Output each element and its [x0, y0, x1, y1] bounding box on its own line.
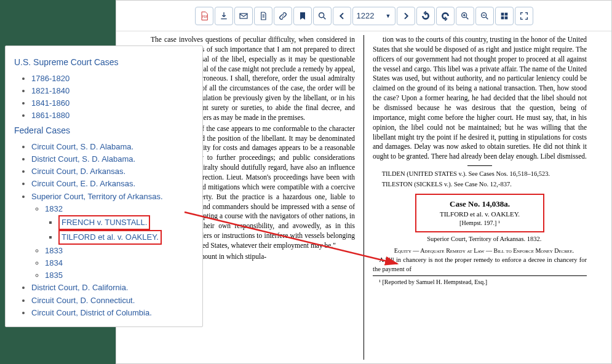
list-item: 1833	[45, 245, 194, 257]
court-link[interactable]: Circuit Court, D. Arkansas.	[31, 167, 125, 176]
year-link[interactable]: 1786-1820	[31, 74, 70, 83]
footnote-rule	[373, 275, 587, 276]
court-link[interactable]: District Court, S. D. Alabama.	[31, 154, 135, 164]
court-link[interactable]: Circuit Court, D. Connecticut.	[31, 296, 135, 305]
year-link[interactable]: 1861-1880	[31, 111, 70, 120]
list-item: Circuit Court, D. Connecticut.	[31, 295, 194, 307]
zoom-in-icon[interactable]	[456, 7, 474, 25]
court-link[interactable]: Circuit Court, S. D. Alabama.	[31, 142, 133, 151]
year-link[interactable]: 1835	[45, 271, 63, 280]
list-item: District Court, S. D. Alabama.	[31, 153, 194, 165]
document-icon[interactable]	[254, 7, 272, 25]
column-divider	[364, 35, 364, 360]
list-item: 1834	[45, 257, 194, 269]
paragraph: tion was to the courts of this country, …	[373, 35, 587, 162]
list-item: FRENCH v. TUNSTALL.	[58, 215, 194, 230]
prev-page-icon[interactable]	[333, 7, 351, 25]
rotate-left-icon[interactable]	[416, 7, 435, 25]
list-item: Circuit Court, D. Arkansas.	[31, 165, 194, 178]
headnote-topic: Equity — Adequate Remedy at Law — Bill t…	[373, 247, 587, 255]
zoom-out-icon[interactable]	[475, 7, 494, 25]
case-french-link[interactable]: FRENCH v. TUNSTALL.	[62, 218, 147, 227]
list-item: 1841-1860	[31, 97, 194, 109]
list-item: Circuit Court, District of Columbia.	[31, 307, 194, 319]
chevron-down-icon: ▼	[386, 13, 391, 19]
page-selector[interactable]: 1222▼	[352, 7, 395, 25]
svg-text:PDF: PDF	[202, 15, 207, 18]
list-item: TILFORD et al. v. OAKLEY.	[58, 230, 194, 245]
list-item: 1821-1840	[31, 85, 194, 97]
case-highlight-box: Case No. 14,038a. TILFORD et al. v. OAKL…	[415, 194, 544, 232]
case-reference: TILESTON (SICKELS v.). See Case No. 12,-…	[373, 180, 587, 189]
nav-heading-federal: Federal Cases	[14, 124, 194, 138]
list-item: 1832 FRENCH v. TUNSTALL. TILFORD et al. …	[45, 203, 194, 245]
bookmark-icon[interactable]	[293, 7, 312, 25]
case-title: TILFORD et al. v. OAKLEY.	[425, 210, 535, 219]
list-item: 1835	[45, 269, 194, 282]
pdf-icon[interactable]: PDF	[195, 7, 213, 25]
list-item: Circuit Court, E. D. Arkansas.	[31, 178, 194, 190]
svg-rect-6	[504, 12, 507, 15]
federal-cases-list: Circuit Court, S. D. Alabama. District C…	[14, 141, 194, 319]
next-page-icon[interactable]	[397, 7, 415, 25]
list-item: 1861-1880	[31, 109, 194, 122]
list-item: Circuit Court, S. D. Alabama.	[31, 141, 194, 153]
rule	[467, 165, 492, 166]
year-link[interactable]: 1834	[45, 258, 63, 267]
link-icon[interactable]	[274, 7, 292, 25]
rotate-right-icon[interactable]	[436, 7, 455, 25]
court-link[interactable]: District Court, D. California.	[31, 283, 128, 292]
list-item: 1786-1820	[31, 73, 194, 85]
year-link[interactable]: 1821-1840	[31, 86, 70, 95]
svg-rect-5	[501, 12, 504, 15]
case-number: Case No. 14,038a.	[425, 199, 535, 210]
nav-heading-supreme: U.S. Supreme Court Cases	[14, 56, 194, 69]
case-tilford-link[interactable]: TILFORD et al. v. OAKLEY.	[62, 232, 159, 242]
download-icon[interactable]	[215, 7, 233, 25]
court-line: Superior Court, Territory of Arkansas. 1…	[373, 235, 587, 243]
court-link[interactable]: Circuit Court, District of Columbia.	[31, 308, 152, 317]
court-link[interactable]: Circuit Court, E. D. Arkansas.	[31, 179, 135, 188]
svg-rect-7	[501, 16, 504, 19]
email-icon[interactable]	[234, 7, 253, 25]
page-number: 1222	[357, 11, 375, 20]
navigation-panel: U.S. Supreme Court Cases 1786-1820 1821-…	[5, 46, 203, 327]
headnote-text: A bill in chancery is not the proper rem…	[373, 256, 587, 274]
year-link[interactable]: 1833	[45, 246, 63, 255]
svg-point-2	[319, 12, 324, 17]
svg-rect-8	[504, 16, 507, 19]
toolbar: PDF 1222▼	[116, 1, 611, 31]
list-item: District Court, D. California.	[31, 282, 194, 294]
case-reference: TILDEN (UNITED STATES v.). See Cases Nos…	[373, 170, 587, 178]
footnote: ¹ [Reported by Samuel H. Hempstead, Esq.…	[373, 278, 587, 287]
court-link[interactable]: Superior Court, Territory of Arkansas.	[31, 192, 163, 201]
year-1832-link[interactable]: 1832	[45, 204, 63, 213]
right-column: tion was to the courts of this country, …	[367, 35, 593, 360]
grid-view-icon[interactable]	[495, 7, 514, 25]
year-link[interactable]: 1841-1860	[31, 98, 70, 108]
case-reporter: [Hempst. 197.] ¹	[425, 219, 535, 228]
list-item: Superior Court, Territory of Arkansas. 1…	[31, 191, 194, 282]
search-icon[interactable]	[313, 7, 332, 25]
supreme-court-list: 1786-1820 1821-1840 1841-1860 1861-1880	[14, 73, 194, 122]
fullscreen-icon[interactable]	[515, 7, 533, 25]
